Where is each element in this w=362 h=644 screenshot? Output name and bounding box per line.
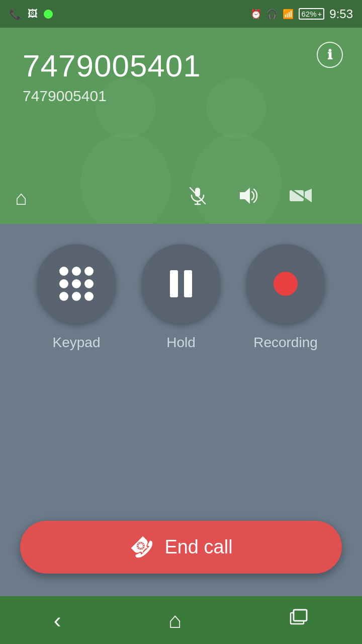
battery-percent: 62%	[301, 10, 316, 18]
recents-nav-button[interactable]	[289, 608, 308, 632]
keypad-label: Keypad	[53, 335, 101, 351]
recording-button[interactable]	[246, 244, 325, 324]
home-nav-button[interactable]: ⌂	[168, 608, 182, 633]
speaker-button[interactable]	[237, 186, 258, 210]
battery-indicator: 62% +	[299, 8, 324, 20]
signal-icon: 📶	[283, 9, 294, 20]
recording-label: Recording	[253, 335, 318, 351]
call-header: ℹ 7479005401 7479005401 ⌂	[0, 28, 362, 224]
phone-number-sub: 7479005401	[23, 88, 339, 105]
action-buttons: Keypad Hold Recording	[0, 244, 362, 351]
keypad-icon	[59, 267, 94, 301]
svg-point-0	[96, 78, 156, 138]
recording-container: Recording	[246, 244, 325, 351]
hang-up-icon: ☎	[125, 530, 159, 565]
call-controls: ⌂	[0, 186, 328, 210]
keypad-button[interactable]	[37, 244, 116, 324]
time-display: 9:53	[329, 7, 353, 21]
headset-icon: 🎧	[266, 9, 278, 20]
home-button[interactable]: ⌂	[15, 187, 27, 209]
end-call-label: End call	[164, 536, 232, 558]
active-dot	[44, 10, 53, 19]
main-body: Keypad Hold Recording ☎ End call	[0, 224, 362, 644]
phone-status-icon: 📞	[9, 8, 22, 20]
svg-rect-13	[294, 610, 307, 621]
hold-container: Hold	[141, 244, 221, 351]
svg-point-3	[191, 133, 282, 224]
keypad-container: Keypad	[37, 244, 116, 351]
pause-icon	[170, 270, 192, 297]
bottom-nav: ‹ ⌂	[0, 596, 362, 644]
hold-label: Hold	[166, 335, 196, 351]
status-bar-right: ⏰ 🎧 📶 62% + 9:53	[250, 7, 353, 21]
status-bar-left: 📞 🖼	[9, 8, 53, 20]
battery-plus: +	[318, 10, 322, 18]
svg-point-2	[206, 78, 266, 138]
alarm-icon: ⏰	[250, 9, 261, 20]
record-icon	[268, 266, 303, 301]
mute-button[interactable]	[188, 186, 207, 210]
status-bar: 📞 🖼 ⏰ 🎧 📶 62% + 9:53	[0, 0, 362, 28]
back-nav-button[interactable]: ‹	[54, 608, 61, 633]
phone-number-main: 7479005401	[23, 48, 339, 84]
svg-marker-8	[240, 188, 250, 204]
video-button[interactable]	[289, 187, 313, 209]
end-call-button[interactable]: ☎ End call	[20, 521, 342, 574]
svg-point-1	[80, 133, 171, 224]
hold-button[interactable]	[141, 244, 221, 324]
image-status-icon: 🖼	[28, 8, 38, 20]
